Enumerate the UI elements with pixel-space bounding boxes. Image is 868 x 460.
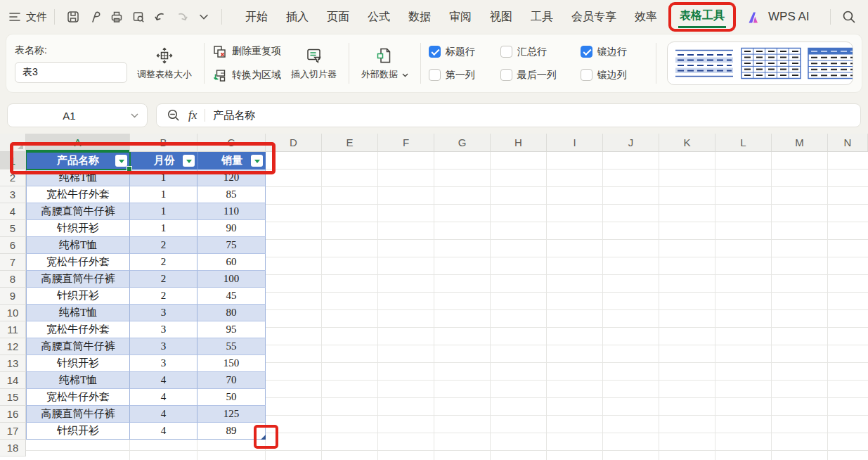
cell-month[interactable]: 1 xyxy=(130,203,197,220)
wps-ai-button[interactable]: WPS AI xyxy=(746,8,810,25)
cell-month[interactable]: 3 xyxy=(130,305,197,321)
checkbox-icon[interactable] xyxy=(429,69,441,81)
style-option-checkbox[interactable]: 最后一列 xyxy=(500,69,576,82)
ribbon-tab[interactable]: 效率 xyxy=(626,0,666,34)
cell-month[interactable]: 3 xyxy=(130,321,197,338)
row-header[interactable]: 16 xyxy=(0,406,26,423)
cell-sales[interactable]: 95 xyxy=(197,321,266,338)
cell-month[interactable]: 4 xyxy=(130,406,197,423)
external-data-button[interactable]: 外部数据 xyxy=(357,44,413,84)
cell-product[interactable]: 针织开衫 xyxy=(26,220,130,237)
cell-product[interactable]: 针织开衫 xyxy=(26,423,130,440)
ribbon-tab[interactable]: 表格工具 xyxy=(668,2,736,32)
resize-table-button[interactable]: 调整表格大小 xyxy=(133,44,196,84)
cell-month[interactable]: 4 xyxy=(130,423,197,440)
column-header[interactable]: H xyxy=(491,134,547,151)
cell-month[interactable]: 4 xyxy=(130,372,197,389)
style-option-checkbox[interactable]: 汇总行 xyxy=(500,46,576,58)
style-option-checkbox[interactable]: 镶边列 xyxy=(581,69,648,82)
cell-sales[interactable]: 60 xyxy=(197,254,266,271)
ribbon-tab[interactable]: 公式 xyxy=(358,0,399,34)
checkbox-icon[interactable] xyxy=(581,69,592,81)
cell-month[interactable]: 1 xyxy=(130,220,197,237)
column-header[interactable]: M xyxy=(772,134,828,151)
ribbon-tab[interactable]: 插入 xyxy=(277,0,318,34)
cell-sales[interactable]: 110 xyxy=(197,203,266,220)
cell-sales[interactable]: 90 xyxy=(197,220,266,237)
cell-month[interactable]: 1 xyxy=(130,170,197,186)
ribbon-tab[interactable]: 工具 xyxy=(522,0,562,34)
checkbox-icon[interactable] xyxy=(429,46,441,58)
cell-product[interactable]: 高腰直筒牛仔裤 xyxy=(26,338,130,355)
cell-month[interactable]: 2 xyxy=(130,288,197,305)
cell-month[interactable]: 2 xyxy=(130,271,197,288)
table-style-preview-banded[interactable] xyxy=(674,47,734,79)
column-header[interactable]: B xyxy=(130,134,197,151)
cell-month[interactable]: 2 xyxy=(130,254,197,271)
cell-month[interactable]: 3 xyxy=(130,338,197,355)
row-header[interactable]: 7 xyxy=(0,254,26,271)
ribbon-tab[interactable]: 视图 xyxy=(481,0,522,34)
cell-product[interactable]: 纯棉T恤 xyxy=(26,237,130,254)
row-header[interactable]: 10 xyxy=(0,305,26,321)
row-header[interactable]: 5 xyxy=(0,220,26,237)
cell-product[interactable]: 高腰直筒牛仔裤 xyxy=(26,406,130,423)
cell-sales[interactable]: 75 xyxy=(197,237,266,254)
filter-dropdown-button[interactable] xyxy=(183,155,195,167)
table-name-input[interactable] xyxy=(15,62,127,83)
row-header[interactable]: 4 xyxy=(0,203,26,220)
more-commands-button[interactable] xyxy=(193,6,214,27)
export-pdf-button[interactable] xyxy=(84,6,105,27)
redo-button[interactable] xyxy=(171,6,193,27)
cell-sales[interactable]: 89 xyxy=(197,423,266,440)
insert-slicer-button[interactable]: 插入切片器 xyxy=(287,44,341,84)
convert-to-range-button[interactable]: 转换为区域 xyxy=(212,68,281,83)
row-header[interactable]: 14 xyxy=(0,372,26,389)
style-option-checkbox[interactable]: 镶边行 xyxy=(581,46,648,58)
cell-sales[interactable]: 150 xyxy=(197,355,266,372)
column-header[interactable]: J xyxy=(603,134,659,151)
table-header-cell[interactable]: 销量 xyxy=(197,152,266,170)
cell-sales[interactable]: 125 xyxy=(197,406,266,423)
row-header[interactable]: 12 xyxy=(0,338,26,355)
cell-sales[interactable]: 85 xyxy=(197,186,266,203)
cell-sales[interactable]: 100 xyxy=(197,271,266,288)
column-header[interactable]: K xyxy=(659,134,715,151)
file-menu-button[interactable]: 文件 xyxy=(8,11,47,24)
table-style-preview-header[interactable] xyxy=(808,47,853,79)
checkbox-icon[interactable] xyxy=(500,46,512,58)
cell-product[interactable]: 宽松牛仔外套 xyxy=(26,254,130,271)
cell-product[interactable]: 纯棉T恤 xyxy=(26,305,130,321)
column-header[interactable]: L xyxy=(715,134,772,151)
formula-input[interactable]: fx 产品名称 xyxy=(156,103,861,127)
table-header-cell[interactable]: 月份 xyxy=(130,152,197,170)
filter-dropdown-button[interactable] xyxy=(115,155,127,167)
row-header[interactable]: 13 xyxy=(0,355,26,372)
column-header[interactable]: I xyxy=(547,134,603,151)
search-button[interactable] xyxy=(838,6,860,27)
chevron-down-icon[interactable] xyxy=(131,113,138,118)
column-header[interactable]: E xyxy=(322,134,378,151)
filter-dropdown-button[interactable] xyxy=(251,155,263,167)
cell-sales[interactable]: 50 xyxy=(197,389,266,406)
row-header[interactable]: 1 xyxy=(0,152,26,170)
cell-month[interactable]: 4 xyxy=(130,389,197,406)
cell-sales[interactable]: 80 xyxy=(197,305,266,321)
table-resize-handle[interactable] xyxy=(261,435,266,440)
name-box[interactable]: A1 xyxy=(7,103,148,127)
row-header[interactable]: 8 xyxy=(0,271,26,288)
ribbon-tab[interactable]: 开始 xyxy=(236,0,277,34)
select-all-corner[interactable] xyxy=(0,134,26,151)
zoom-formula-icon[interactable] xyxy=(167,108,181,122)
print-preview-button[interactable] xyxy=(127,6,149,27)
row-header[interactable]: 11 xyxy=(0,321,26,338)
cell-product[interactable]: 高腰直筒牛仔裤 xyxy=(26,203,130,220)
table-style-preview-grid[interactable] xyxy=(741,47,801,79)
print-button[interactable] xyxy=(105,6,127,27)
undo-button[interactable] xyxy=(149,6,171,27)
remove-duplicates-button[interactable]: 删除重复项 xyxy=(212,44,281,59)
style-option-checkbox[interactable]: 第一列 xyxy=(429,69,496,82)
ribbon-tab[interactable]: 数据 xyxy=(399,0,440,34)
save-button[interactable] xyxy=(62,6,84,27)
fx-icon[interactable]: fx xyxy=(188,108,197,122)
